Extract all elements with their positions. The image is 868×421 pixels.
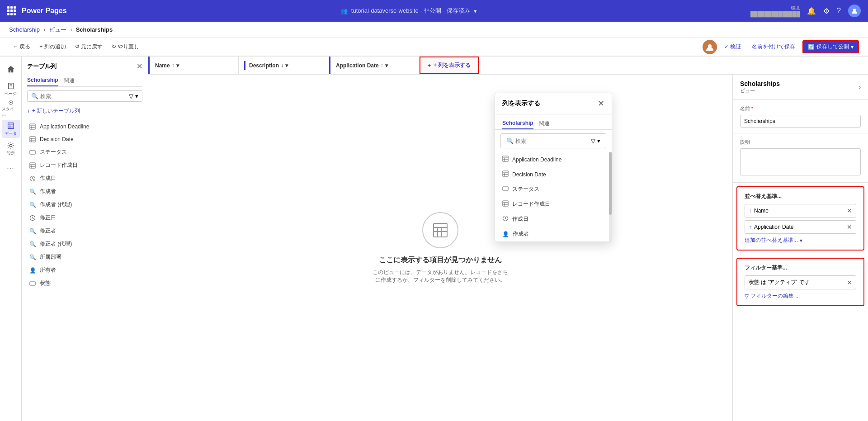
nav-pages[interactable]: ページ [2, 80, 20, 98]
col-sort-chevron-desc[interactable]: ▾ [285, 62, 288, 69]
undo-button[interactable]: ↺ 元に戻す [71, 41, 106, 52]
modal-list-item[interactable]: レコード作成日 [495, 197, 612, 212]
list-item[interactable]: 🔍 作成者 [27, 185, 142, 198]
site-name[interactable]: tutorial-dataverse-website - 非公開 - 保存済み [351, 7, 470, 15]
list-item[interactable]: 👤 所有者 [27, 264, 142, 277]
nav-more[interactable]: ··· [2, 160, 20, 178]
search-icon: 🔍 [29, 254, 36, 261]
col-header-name-label: Name [155, 62, 170, 69]
modal-tabs: Scholarship 関連 [495, 114, 612, 130]
modal-search-input[interactable] [515, 138, 589, 144]
panel-close-button[interactable]: ✕ [137, 62, 142, 71]
list-item[interactable]: 🔍 所属部署 [27, 251, 142, 264]
notification-icon[interactable]: 🔔 [807, 7, 816, 15]
modal-item-icon [502, 215, 509, 223]
table-icon [29, 136, 36, 143]
columns-panel: テーブル列 ✕ Scholarship 関連 🔍 ▽ ▾ + + 新しいテーブル… [22, 57, 148, 421]
col-name: 所属部署 [40, 253, 61, 261]
save-publish-button[interactable]: 🔄 保存して公開 ▾ [802, 40, 859, 53]
svg-rect-15 [30, 137, 35, 142]
svg-line-51 [505, 218, 507, 219]
breadcrumb-part2[interactable]: ビュー [49, 26, 66, 34]
person-icon: 👤 [29, 267, 36, 274]
back-button[interactable]: ← 戻る [9, 41, 34, 52]
modal-close-button[interactable]: ✕ [598, 99, 604, 109]
col-name: ステータス [40, 148, 67, 156]
modal-list-item[interactable]: Decision Date [495, 167, 612, 182]
save-publish-chevron[interactable]: ▾ [851, 44, 854, 50]
list-item[interactable]: レコード作成日 [27, 159, 142, 172]
modal-item-icon: 👤 [502, 231, 509, 237]
table-icon [29, 123, 36, 130]
modal-item-icon [502, 156, 509, 163]
list-item[interactable]: 🔍 修正者 (代理) [27, 237, 142, 251]
list-item[interactable]: 修正日 [27, 211, 142, 224]
col-sort-chevron[interactable]: ▾ [176, 62, 179, 69]
list-item[interactable]: 🔍 修正者 [27, 224, 142, 237]
col-sort-icon-appdate[interactable]: ↑ [381, 62, 383, 69]
col-sort-icon[interactable]: ↑ [172, 62, 175, 69]
column-list: Application Deadline Decision Date ステータス… [27, 120, 142, 416]
list-item[interactable]: Decision Date [27, 133, 142, 146]
save-as-button[interactable]: 名前を付けて保存 [748, 41, 799, 52]
panel-search-row: 🔍 ▽ ▾ [27, 90, 142, 102]
col-header-name[interactable]: Name ↑ ▾ [148, 57, 239, 74]
modal-search-row: 🔍 ▽ ▾ [500, 133, 606, 148]
filter-icon[interactable]: ▽ [129, 93, 133, 99]
save-publish-label: 保存して公開 [816, 43, 849, 51]
add-column-button[interactable]: + 列の追加 [36, 41, 69, 52]
breadcrumb-part1[interactable]: Scholarship [9, 26, 40, 33]
nav-data[interactable]: データ [2, 120, 20, 138]
svg-rect-45 [503, 201, 508, 206]
modal-list-item[interactable]: Application Deadline [495, 152, 612, 167]
app-grid-icon[interactable] [7, 6, 16, 15]
search-icon: 🔍 [29, 227, 36, 235]
modal-item-label: Application Deadline [512, 156, 561, 163]
col-header-appdate-label: Application Date [336, 62, 379, 69]
panel-search-input[interactable] [40, 93, 127, 99]
env-label: 環境 [791, 5, 800, 11]
col-header-appdate[interactable]: Application Date ↑ ▾ [329, 57, 420, 74]
redo-button[interactable]: ↻ やり直し [108, 41, 143, 52]
col-sort-chevron-appdate[interactable]: ▾ [385, 62, 388, 69]
validate-button[interactable]: ✓ 検証 [721, 41, 745, 52]
panel-tab-scholarship[interactable]: Scholarship [27, 75, 58, 86]
modal-item-icon [502, 170, 509, 178]
user-avatar[interactable] [848, 5, 861, 17]
modal-list-item[interactable]: 作成日 [495, 212, 612, 227]
list-item[interactable]: ステータス [27, 146, 142, 159]
add-new-column-button[interactable]: + + 新しいテーブル列 [27, 105, 142, 117]
col-header-description[interactable]: Description ↓ ▾ [239, 57, 329, 74]
modal-list-item[interactable]: 👤 作成者 [495, 227, 612, 241]
list-item[interactable]: 作成日 [27, 172, 142, 185]
settings-icon[interactable]: ⚙ [823, 7, 830, 15]
modal-filter-icon[interactable]: ▽ [591, 137, 595, 144]
add-column-grid-button[interactable]: + + 列を表示する [420, 57, 479, 74]
col-header-desc-label: Description [249, 62, 279, 69]
list-item[interactable]: 状態 [27, 277, 142, 290]
app-title: Power Pages [22, 7, 67, 15]
site-dropdown-icon[interactable]: ▾ [474, 8, 477, 14]
modal-tab-related[interactable]: 関連 [539, 118, 550, 129]
svg-rect-19 [30, 151, 35, 154]
modal-tab-scholarship[interactable]: Scholarship [502, 118, 533, 129]
col-sort-icon-desc[interactable]: ↓ [281, 62, 283, 69]
col-name: Application Deadline [40, 123, 89, 130]
modal-list-area: Application Deadline Decision Date [495, 152, 612, 241]
nav-style[interactable]: スタイル... [2, 100, 20, 118]
modal-item-icon [502, 185, 509, 193]
svg-rect-6 [8, 123, 14, 128]
nav-settings[interactable]: 設定 [2, 140, 20, 158]
panel-tab-related[interactable]: 関連 [64, 75, 75, 86]
list-item[interactable]: 🔍 作成者 (代理) [27, 198, 142, 211]
help-icon[interactable]: ? [837, 7, 841, 15]
col-name: Decision Date [40, 136, 74, 142]
modal-filter-chevron[interactable]: ▾ [597, 137, 600, 144]
modal-item-label: Decision Date [512, 171, 546, 178]
col-name: 状態 [40, 279, 51, 287]
search-icon: 🔍 [29, 201, 36, 208]
filter-chevron[interactable]: ▾ [135, 93, 138, 99]
list-item[interactable]: Application Deadline [27, 120, 142, 133]
nav-home[interactable] [2, 60, 20, 78]
modal-list-item[interactable]: ステータス [495, 182, 612, 197]
